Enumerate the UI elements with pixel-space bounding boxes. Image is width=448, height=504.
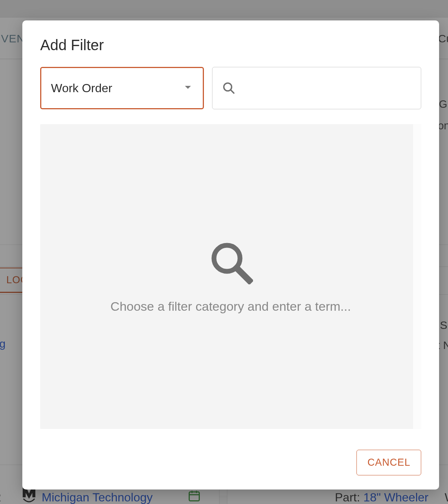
modal-controls-row: Work Order [40, 67, 421, 109]
svg-line-7 [237, 268, 249, 281]
modal-actions: CANCEL [40, 432, 421, 475]
chevron-down-icon [184, 85, 192, 91]
modal-title: Add Filter [40, 37, 421, 54]
filter-search-field[interactable] [212, 67, 421, 109]
results-scrollbar[interactable] [413, 124, 421, 429]
filter-category-value: Work Order [51, 81, 112, 95]
svg-line-5 [231, 90, 234, 93]
cancel-button[interactable]: CANCEL [356, 450, 421, 475]
filter-search-input[interactable] [241, 81, 413, 95]
add-filter-modal: Add Filter Work Order [22, 20, 439, 490]
search-empty-icon [208, 240, 253, 286]
search-icon [222, 81, 236, 95]
empty-state-text: Choose a filter category and enter a ter… [111, 299, 351, 314]
filter-results-panel: Choose a filter category and enter a ter… [40, 124, 421, 429]
filter-category-select[interactable]: Work Order [40, 67, 204, 109]
